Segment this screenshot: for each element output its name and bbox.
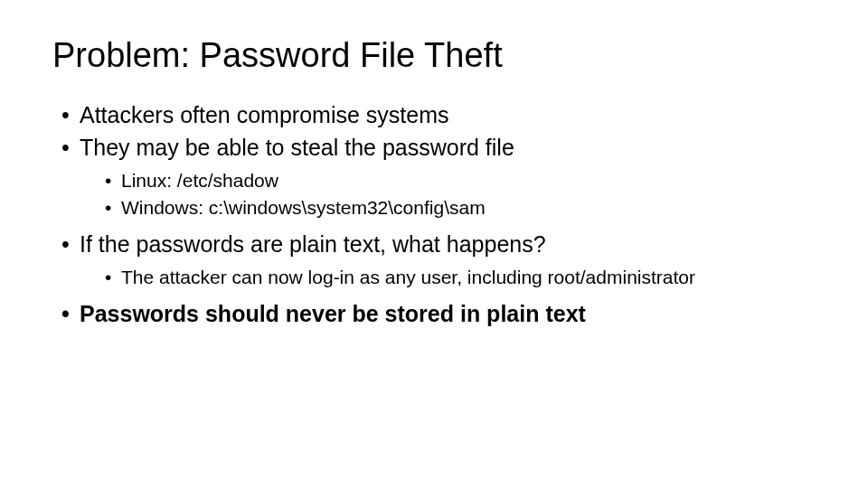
sub-bullet-item: Windows: c:\windows\system32\config\sam	[105, 194, 823, 221]
bullet-item-bold: Passwords should never be stored in plai…	[60, 299, 823, 330]
bullet-text: They may be able to steal the password f…	[80, 135, 514, 160]
sub-bullet-list: Linux: /etc/shadow Windows: c:\windows\s…	[105, 167, 823, 221]
sub-bullet-item: Linux: /etc/shadow	[105, 167, 823, 193]
sub-bullet-list: The attacker can now log-in as any user,…	[105, 264, 823, 290]
sub-bullet-item: The attacker can now log-in as any user,…	[105, 264, 823, 290]
slide-title: Problem: Password File Theft	[52, 36, 823, 75]
bullet-item: They may be able to steal the password f…	[60, 133, 823, 221]
bullet-text: If the passwords are plain text, what ha…	[80, 231, 546, 257]
bullet-list: Attackers often compromise systems They …	[60, 100, 823, 330]
bullet-item: Attackers often compromise systems	[60, 100, 823, 131]
bullet-item: If the passwords are plain text, what ha…	[60, 230, 823, 290]
